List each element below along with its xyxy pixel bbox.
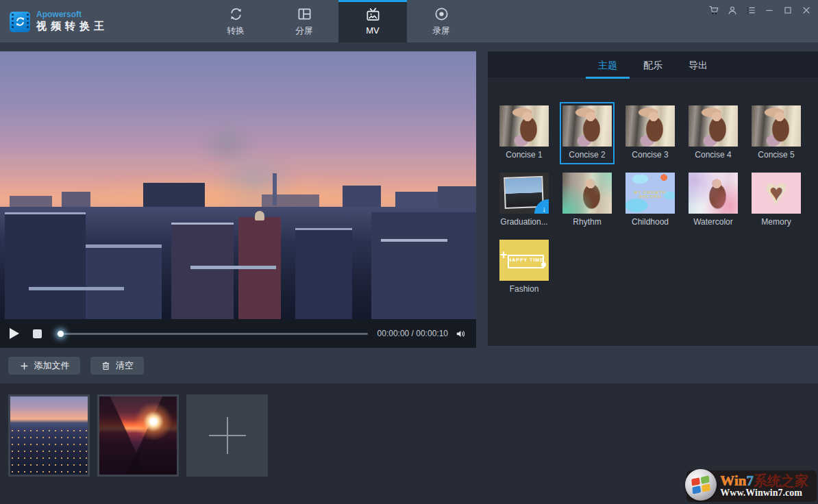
app-logo-icon <box>10 12 30 32</box>
split-screen-icon <box>297 6 312 22</box>
theme-thumbnail[interactable] <box>499 105 549 147</box>
trash-icon <box>101 361 111 371</box>
panel-tab-music[interactable]: 配乐 <box>630 51 676 78</box>
fashion-caption: HAPPY TIME <box>508 257 544 262</box>
brand: Apowersoft 视频转换王 <box>10 10 108 33</box>
theme-item-concise-3[interactable]: Concise 3 <box>623 102 678 164</box>
theme-item-concise-1[interactable]: Concise 1 <box>497 102 551 164</box>
nav-tab-convert[interactable]: 转换 <box>201 0 270 42</box>
user-icon <box>727 5 738 16</box>
theme-label: Memory <box>752 217 801 227</box>
player-controls: 00:00:00 / 00:00:10 <box>0 319 476 348</box>
winwin7-watermark: Win7系统之家 Www.Winwin7.com <box>686 470 817 502</box>
theme-item-concise-4[interactable]: Concise 4 <box>686 102 741 164</box>
minimize-button[interactable] <box>763 4 776 16</box>
add-clip-placeholder[interactable] <box>186 394 268 477</box>
app-window: Apowersoft 视频转换王 转换 分屏 <box>0 0 818 504</box>
clip-list <box>0 383 818 477</box>
add-files-button[interactable]: 添加文件 <box>8 357 80 375</box>
theme-label: Rhythm <box>562 217 612 227</box>
theme-label: Concise 2 <box>562 150 612 160</box>
video-preview[interactable] <box>0 51 476 319</box>
nav-tab-label: 分屏 <box>295 25 313 37</box>
seek-bar[interactable] <box>57 333 368 335</box>
play-button[interactable] <box>10 328 19 339</box>
menu-list-icon <box>745 5 756 16</box>
watermark-site-name: Win7系统之家 <box>720 473 808 488</box>
theme-thumbnail[interactable] <box>625 105 675 147</box>
theme-thumbnail[interactable]: MY GROWTH RECORD <box>625 173 675 214</box>
maximize-icon <box>782 5 793 16</box>
download-arrow-icon: ↓ <box>543 205 547 213</box>
account-button[interactable] <box>726 4 739 16</box>
brand-product-name: 视频转换王 <box>36 19 108 33</box>
theme-label: Concise 4 <box>689 150 738 160</box>
volume-button[interactable] <box>455 328 467 340</box>
theme-label: Childhood <box>625 217 675 227</box>
theme-label: Concise 5 <box>752 150 801 160</box>
theme-item-concise-5[interactable]: Concise 5 <box>749 102 804 164</box>
theme-label: Graduation... <box>499 217 549 227</box>
title-bar: Apowersoft 视频转换王 转换 分屏 <box>0 0 818 42</box>
close-button[interactable] <box>800 4 813 16</box>
seek-knob[interactable] <box>58 331 64 337</box>
record-icon <box>434 6 449 22</box>
theme-thumbnail[interactable] <box>689 173 738 214</box>
brand-company: Apowersoft <box>36 10 108 19</box>
theme-item-rhythm[interactable]: Rhythm <box>560 169 615 231</box>
maximize-button[interactable] <box>782 4 794 16</box>
clear-label: 清空 <box>116 360 134 372</box>
video-player: 00:00:00 / 00:00:10 <box>0 51 476 348</box>
close-icon <box>801 5 812 16</box>
panel-tab-export[interactable]: 导出 <box>676 51 721 78</box>
main-nav: 转换 分屏 MV <box>201 0 475 42</box>
minimize-icon <box>764 5 775 16</box>
menu-button[interactable] <box>745 4 757 16</box>
theme-label: Concise 3 <box>625 150 675 160</box>
download-badge: ↓ <box>534 199 549 214</box>
clip-mountain-sunset[interactable] <box>97 394 179 477</box>
theme-item-graduation[interactable]: ↓ Graduation... <box>497 169 551 231</box>
file-actions-bar: 添加文件 清空 <box>0 348 818 383</box>
nav-tab-label: 转换 <box>227 25 245 37</box>
theme-grid: Concise 1 Concise 2 Concise 3 Concise 4 … <box>488 79 818 303</box>
theme-item-concise-2[interactable]: Concise 2 <box>560 102 615 164</box>
nav-tab-label: 录屏 <box>432 25 450 37</box>
theme-label: Concise 1 <box>499 150 549 160</box>
clip-city-sunset[interactable] <box>8 394 90 477</box>
add-files-label: 添加文件 <box>34 360 70 372</box>
theme-thumbnail[interactable] <box>689 105 738 147</box>
brand-text: Apowersoft 视频转换王 <box>36 10 108 33</box>
clear-button[interactable]: 清空 <box>90 357 144 375</box>
volume-icon <box>455 328 467 340</box>
stop-button[interactable] <box>33 329 42 338</box>
time-display: 00:00:00 / 00:00:10 <box>377 329 448 338</box>
theme-item-memory[interactable]: Memory <box>749 169 804 231</box>
theme-thumbnail[interactable] <box>752 173 801 214</box>
convert-icon <box>228 6 244 22</box>
theme-thumbnail[interactable] <box>562 105 612 147</box>
theme-item-fashion[interactable]: HAPPY TIME Fashion <box>497 236 551 299</box>
theme-label: Fashion <box>499 284 549 294</box>
cart-button[interactable] <box>708 4 720 16</box>
nav-tab-screen-record[interactable]: 录屏 <box>407 0 475 42</box>
nav-tab-split-screen[interactable]: 分屏 <box>270 0 338 42</box>
tv-icon <box>365 7 381 23</box>
nav-tab-label: MV <box>366 25 380 36</box>
theme-thumbnail[interactable]: ↓ <box>499 173 549 214</box>
theme-panel: 主题 配乐 导出 Concise 1 Concise 2 Concise 3 C… <box>488 51 818 346</box>
watermark-url: Www.Winwin7.com <box>720 488 808 499</box>
plus-icon <box>19 361 29 371</box>
theme-label: Watercolor <box>689 217 738 227</box>
nav-tab-mv[interactable]: MV <box>338 0 407 42</box>
panel-tab-theme[interactable]: 主题 <box>585 51 630 78</box>
theme-thumbnail[interactable]: HAPPY TIME <box>499 240 549 281</box>
window-controls <box>708 4 813 16</box>
panel-tab-bar: 主题 配乐 导出 <box>488 51 818 79</box>
theme-thumbnail[interactable] <box>562 173 612 214</box>
windows-logo-icon <box>685 469 717 501</box>
theme-thumbnail[interactable] <box>752 105 801 147</box>
theme-item-watercolor[interactable]: Watercolor <box>686 169 741 231</box>
cart-icon <box>708 5 719 16</box>
theme-item-childhood[interactable]: MY GROWTH RECORD Childhood <box>623 169 678 231</box>
